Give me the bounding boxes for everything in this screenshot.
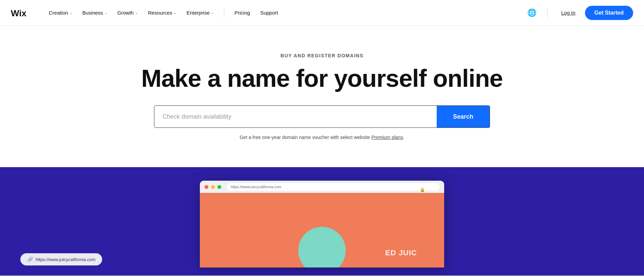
browser-window: https://www.juicycalifornia.com 🔒 ≡ ED J… <box>200 181 444 267</box>
globe-icon: 🌐 <box>527 8 536 17</box>
chevron-down-icon: ⌄ <box>135 11 138 15</box>
nav-item-growth[interactable]: Growth ⌄ <box>113 7 142 18</box>
chevron-down-icon: ⌄ <box>105 11 107 15</box>
nav-item-business[interactable]: Business ⌄ <box>78 7 111 18</box>
hero-note: Get a free one-year domain name voucher … <box>240 135 404 140</box>
login-button[interactable]: Log In <box>557 7 580 18</box>
browser-toolbar: https://www.juicycalifornia.com 🔒 ≡ <box>200 181 444 193</box>
nav-item-creation[interactable]: Creation ⌄ <box>45 7 76 18</box>
domain-search-button[interactable]: Search <box>437 106 490 127</box>
domain-search-input[interactable] <box>154 106 437 127</box>
nav-divider <box>224 8 224 18</box>
browser-url-bar: https://www.juicycalifornia.com <box>227 183 439 191</box>
url-icon: 🔗 <box>27 257 33 262</box>
hero-section: BUY AND REGISTER DOMAINS Make a name for… <box>0 26 644 167</box>
nav-divider-right <box>547 8 548 18</box>
browser-mockup: https://www.juicycalifornia.com 🔒 ≡ ED J… <box>200 181 444 267</box>
nav-item-support[interactable]: Support <box>256 7 282 18</box>
blue-section: https://www.juicycalifornia.com 🔒 ≡ ED J… <box>0 167 644 276</box>
browser-close-dot <box>205 185 208 189</box>
premium-plans-link[interactable]: Premium plans <box>372 135 403 140</box>
chevron-down-icon: ⌄ <box>174 11 176 15</box>
language-selector-button[interactable]: 🌐 <box>526 7 538 19</box>
nav-item-pricing[interactable]: Pricing <box>230 7 254 18</box>
navbar: Wix Creation ⌄ Business ⌄ Growth ⌄ Resou… <box>0 0 644 26</box>
url-pill: 🔗 https://www.juicycalifornia.com <box>20 253 102 265</box>
nav-item-enterprise[interactable]: Enterprise ⌄ <box>183 7 218 18</box>
hero-subtitle: BUY AND REGISTER DOMAINS <box>281 53 363 58</box>
browser-maximize-dot <box>217 185 221 189</box>
browser-minimize-dot <box>211 185 215 189</box>
domain-search-box: Search <box>154 105 490 128</box>
nav-links: Creation ⌄ Business ⌄ Growth ⌄ Resources… <box>45 7 526 18</box>
chevron-down-icon: ⌄ <box>70 11 72 15</box>
browser-content: ED JUIC <box>200 193 444 267</box>
get-started-button[interactable]: Get Started <box>585 6 633 20</box>
nav-right: 🌐 Log In Get Started <box>526 6 633 20</box>
nav-item-resources[interactable]: Resources ⌄ <box>144 7 181 18</box>
hero-title: Make a name for yourself online <box>141 65 503 92</box>
svg-text:Wix: Wix <box>11 8 27 18</box>
decorative-circle <box>298 227 346 267</box>
chevron-down-icon: ⌄ <box>211 11 214 15</box>
logo[interactable]: Wix <box>11 8 31 18</box>
juice-text: ED JUIC <box>385 249 417 257</box>
